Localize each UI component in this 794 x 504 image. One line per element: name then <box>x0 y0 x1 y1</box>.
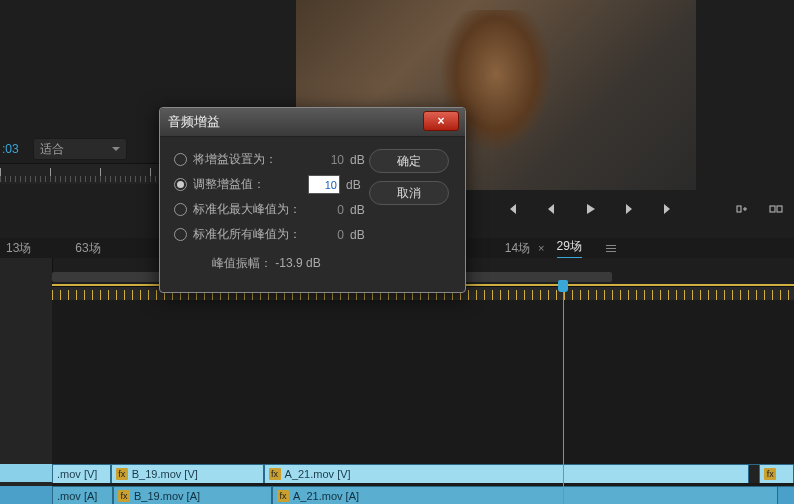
video-track[interactable]: .mov [V] fx B_19.mov [V] fx A_21.mov [V]… <box>52 464 794 483</box>
step-back-button[interactable] <box>543 200 561 218</box>
transport-controls <box>505 196 794 222</box>
option-label: 调整增益值： <box>193 176 308 193</box>
ok-label: 确定 <box>397 153 421 170</box>
peak-label: 峰值振幅： <box>212 256 272 270</box>
option-set-gain[interactable]: 将增益设置为： 10 dB <box>174 147 369 172</box>
close-button[interactable]: × <box>423 111 459 131</box>
peak-amplitude: 峰值振幅： -13.9 dB <box>174 255 369 272</box>
radio-icon[interactable] <box>174 228 187 241</box>
step-fwd-button[interactable] <box>619 200 637 218</box>
clip-label: B_19.mov [A] <box>134 490 200 502</box>
timecode-bar: :03 适合 <box>0 138 160 160</box>
fx-icon: fx <box>118 490 130 502</box>
tab-close-14[interactable]: × <box>538 242 544 254</box>
playhead[interactable] <box>563 280 564 504</box>
tab-14[interactable]: 14场 <box>505 240 530 257</box>
svg-rect-2 <box>777 206 782 212</box>
fx-icon: fx <box>764 468 776 480</box>
cancel-label: 取消 <box>397 185 421 202</box>
fx-icon: fx <box>269 468 281 480</box>
radio-icon[interactable] <box>174 203 187 216</box>
dialog-options: 将增益设置为： 10 dB 调整增益值： dB 标准化最大峰值为： 0 dB 标… <box>174 147 369 272</box>
clip-v4[interactable]: fx <box>759 465 794 483</box>
chevron-down-icon <box>112 145 120 153</box>
peak-value: -13.9 dB <box>275 256 320 270</box>
clip-v2[interactable]: fx B_19.mov [V] <box>111 465 264 483</box>
option-label: 将增益设置为： <box>193 151 308 168</box>
fx-icon: fx <box>116 468 128 480</box>
clip-label: .mov [V] <box>57 468 97 480</box>
panel-menu-icon[interactable] <box>606 245 616 252</box>
monitor-ruler[interactable] <box>0 163 160 184</box>
option-label: 标准化所有峰值为： <box>193 226 308 243</box>
radio-icon[interactable] <box>174 153 187 166</box>
ok-button[interactable]: 确定 <box>369 149 449 173</box>
option-adjust-gain[interactable]: 调整增益值： dB <box>174 172 369 197</box>
dialog-buttons: 确定 取消 <box>369 147 451 272</box>
unit-label: dB <box>350 153 365 167</box>
tab-63[interactable]: 63场 <box>75 240 100 257</box>
zoom-select[interactable]: 适合 <box>33 138 127 160</box>
mark-out-button[interactable] <box>657 200 675 218</box>
cancel-button[interactable]: 取消 <box>369 181 449 205</box>
option-value: 0 <box>308 203 344 217</box>
zoom-select-label: 适合 <box>40 141 64 158</box>
clip-label: A_21.mov [V] <box>285 468 351 480</box>
option-normalize-all[interactable]: 标准化所有峰值为： 0 dB <box>174 222 369 247</box>
clip-v1[interactable]: .mov [V] <box>52 465 111 483</box>
clip-a3[interactable]: fx A_21.mov [A] <box>272 487 778 504</box>
insert-button[interactable] <box>733 200 751 218</box>
fx-icon: fx <box>277 490 289 502</box>
dialog-title: 音频增益 <box>168 113 220 131</box>
option-value: 10 <box>308 153 344 167</box>
unit-label: dB <box>346 178 361 192</box>
clip-label: B_19.mov [V] <box>132 468 198 480</box>
tab-13[interactable]: 13场 <box>6 240 31 257</box>
clip-a1[interactable]: .mov [A] <box>52 487 113 504</box>
overwrite-button[interactable] <box>767 200 785 218</box>
tab-29[interactable]: 29场 <box>557 238 582 259</box>
option-value: 0 <box>308 228 344 242</box>
option-normalize-max[interactable]: 标准化最大峰值为： 0 dB <box>174 197 369 222</box>
gain-input[interactable] <box>308 175 340 194</box>
clip-a2[interactable]: fx B_19.mov [A] <box>113 487 272 504</box>
dialog-body: 将增益设置为： 10 dB 调整增益值： dB 标准化最大峰值为： 0 dB 标… <box>160 137 465 282</box>
clip-label: .mov [A] <box>57 490 97 502</box>
timecode[interactable]: :03 <box>0 142 19 156</box>
radio-icon[interactable] <box>174 178 187 191</box>
track-headers[interactable] <box>0 258 53 504</box>
audio-gain-dialog: 音频增益 × 将增益设置为： 10 dB 调整增益值： dB 标准化最大峰值为：… <box>159 107 466 293</box>
svg-rect-1 <box>770 206 775 212</box>
clip-label: A_21.mov [A] <box>293 490 359 502</box>
clip-v3[interactable]: fx A_21.mov [V] <box>264 465 750 483</box>
dialog-titlebar[interactable]: 音频增益 × <box>160 108 465 137</box>
audio-track[interactable]: .mov [A] fx B_19.mov [A] fx A_21.mov [A] <box>52 486 794 504</box>
mark-in-button[interactable] <box>505 200 523 218</box>
svg-rect-0 <box>737 206 741 212</box>
play-button[interactable] <box>581 200 599 218</box>
option-label: 标准化最大峰值为： <box>193 201 308 218</box>
close-icon: × <box>437 114 444 128</box>
timeline-body[interactable]: .mov [V] fx B_19.mov [V] fx A_21.mov [V]… <box>52 300 794 504</box>
timeline-panel: .mov [V] fx B_19.mov [V] fx A_21.mov [V]… <box>0 258 794 504</box>
unit-label: dB <box>350 228 365 242</box>
unit-label: dB <box>350 203 365 217</box>
